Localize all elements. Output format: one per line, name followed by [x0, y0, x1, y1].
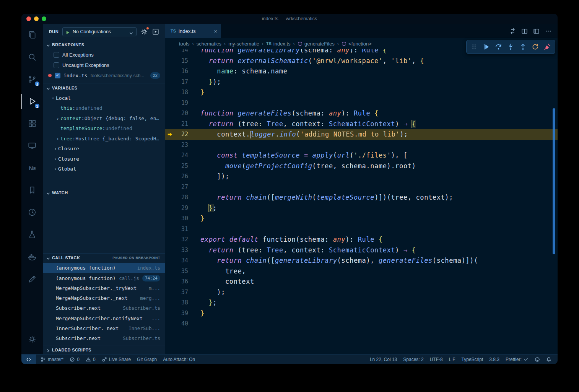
- eol[interactable]: L F: [446, 355, 459, 364]
- call-stack-frame[interactable]: MergeMapSubscriber._nextmerg...: [43, 293, 165, 303]
- breadcrumb-item[interactable]: generateFiles: [298, 41, 335, 47]
- breakpoint-uncaught-exceptions[interactable]: Uncaught Exceptions: [43, 60, 165, 70]
- variable-row[interactable]: ›context: Object {debug: false, en…: [43, 113, 165, 124]
- layout-icon[interactable]: [533, 28, 540, 34]
- run-debug-icon[interactable]: 1: [21, 90, 43, 112]
- remote-explorer-icon[interactable]: [21, 135, 43, 157]
- gutter[interactable]: 29: [165, 203, 188, 214]
- gutter[interactable]: 33: [165, 245, 188, 256]
- gutter[interactable]: 30: [165, 213, 188, 224]
- gutter[interactable]: 37: [165, 287, 188, 298]
- breadcrumb-item[interactable]: tools: [179, 41, 189, 47]
- gutter[interactable]: 25: [165, 161, 188, 172]
- call-stack-frame[interactable]: Subscriber.nextSubscriber.ts: [43, 303, 165, 313]
- checkbox-checked[interactable]: [55, 73, 60, 78]
- language-mode[interactable]: TypeScript: [459, 355, 486, 364]
- search-icon[interactable]: [21, 46, 43, 68]
- explorer-icon[interactable]: [21, 24, 43, 46]
- pencil-icon[interactable]: [21, 268, 43, 290]
- close-window-button[interactable]: [26, 16, 31, 21]
- gutter[interactable]: 40: [165, 319, 188, 329]
- feedback[interactable]: [532, 355, 543, 364]
- call-stack-frame[interactable]: (anonymous function)call.js74:24: [43, 273, 165, 283]
- gutter[interactable]: 22: [165, 129, 188, 140]
- breadcrumb-item[interactable]: TSindex.ts: [266, 41, 291, 47]
- variable-row[interactable]: ›Global: [43, 164, 165, 174]
- gutter[interactable]: 27: [165, 182, 188, 193]
- call-stack-frame[interactable]: Subscriber.nextSubscriber.ts: [43, 333, 165, 343]
- breakpoint-all-exceptions[interactable]: All Exceptions: [43, 50, 165, 60]
- variable-row[interactable]: ›Closure: [43, 144, 165, 154]
- close-tab-icon[interactable]: ×: [214, 28, 217, 34]
- launch-settings-gear-icon[interactable]: [140, 28, 148, 36]
- gutter[interactable]: 39: [165, 308, 188, 319]
- clock-icon[interactable]: [21, 201, 43, 223]
- step-over-button[interactable]: [495, 43, 502, 50]
- step-out-button[interactable]: [519, 43, 527, 50]
- gutter[interactable]: 31: [165, 224, 188, 235]
- checkbox-unchecked[interactable]: [54, 62, 59, 68]
- source-control-icon[interactable]: 3: [21, 68, 43, 90]
- call-stack-frame[interactable]: (anonymous function)index.ts: [43, 263, 165, 273]
- gutter[interactable]: 28: [165, 192, 188, 203]
- gutter[interactable]: 20: [165, 108, 188, 119]
- indentation[interactable]: Spaces: 2: [400, 355, 426, 364]
- variable-row[interactable]: templateSource: undefined: [43, 124, 165, 134]
- gutter[interactable]: 32: [165, 234, 188, 245]
- beaker-icon[interactable]: [21, 223, 43, 246]
- configurations-dropdown[interactable]: No Configurations: [62, 27, 137, 36]
- call-stack-frame[interactable]: InnerSubscriber._nextInnerSub...: [43, 323, 165, 333]
- git-graph[interactable]: Git Graph: [134, 355, 160, 364]
- disconnect-button[interactable]: [544, 43, 551, 50]
- variable-row[interactable]: ›Closure: [43, 154, 165, 164]
- restart-button[interactable]: [532, 43, 539, 50]
- gutter[interactable]: 24: [165, 150, 188, 161]
- code-editor[interactable]: 14function generateLibrary(schema: any):…: [165, 49, 558, 354]
- breadcrumb-item[interactable]: <function>: [342, 41, 372, 47]
- docker-icon[interactable]: [21, 246, 43, 268]
- auto-attach[interactable]: Auto Attach: On: [160, 355, 198, 364]
- settings-gear-icon[interactable]: [21, 328, 43, 350]
- gutter[interactable]: 26: [165, 171, 188, 182]
- variables-section-header[interactable]: VARIABLES: [43, 83, 165, 92]
- remote-indicator[interactable]: [21, 355, 36, 364]
- live-share[interactable]: Live Share: [99, 355, 134, 364]
- breakpoint-file-row[interactable]: index.ts tools/schematics/my-sch... 22: [43, 70, 165, 81]
- call-stack-section-header[interactable]: CALL STACK PAUSED ON BREAKPOINT: [43, 253, 165, 262]
- error-count[interactable]: 0: [67, 355, 83, 364]
- gutter[interactable]: 34: [165, 255, 188, 266]
- breadcrumb-item[interactable]: schematics: [197, 41, 221, 47]
- gutter[interactable]: 19: [165, 98, 188, 109]
- checkbox-unchecked[interactable]: [54, 52, 59, 58]
- gutter[interactable]: 17: [165, 77, 188, 88]
- debug-console-icon[interactable]: [152, 28, 159, 36]
- zoom-window-button[interactable]: [42, 16, 46, 21]
- loaded-scripts-section-header[interactable]: LOADED SCRIPTS: [43, 345, 165, 354]
- scrollbar-thumb[interactable]: [553, 108, 555, 254]
- breakpoints-section-header[interactable]: BREAKPOINTS: [43, 40, 165, 49]
- git-branch[interactable]: master*: [37, 355, 67, 364]
- variable-row[interactable]: ›Local: [43, 93, 165, 103]
- watch-section-header[interactable]: WATCH: [43, 188, 165, 197]
- start-debugging-icon[interactable]: [66, 29, 70, 34]
- continue-button[interactable]: [483, 43, 490, 50]
- gutter[interactable]: 23: [165, 140, 188, 151]
- drag-grip-icon[interactable]: [470, 43, 478, 50]
- warning-count[interactable]: 0: [83, 355, 99, 364]
- step-into-button[interactable]: [507, 43, 514, 50]
- call-stack-frame[interactable]: MergeMapSubscriber.notifyNext...: [43, 313, 165, 323]
- breadcrumb-item[interactable]: my-schematic: [228, 41, 259, 47]
- gutter[interactable]: 35: [165, 266, 188, 277]
- gutter[interactable]: 16: [165, 66, 188, 77]
- open-changes-icon[interactable]: [509, 28, 516, 34]
- extensions-icon[interactable]: [21, 112, 43, 135]
- tab-index-ts[interactable]: TS index.ts ×: [165, 24, 221, 38]
- notifications[interactable]: [543, 355, 555, 364]
- gutter[interactable]: 36: [165, 277, 188, 287]
- more-actions-icon[interactable]: [545, 28, 551, 34]
- gutter[interactable]: 15: [165, 56, 188, 67]
- variable-row[interactable]: ›tree: HostTree {_backend: ScopedH…: [43, 133, 165, 144]
- call-stack-frame[interactable]: MergeMapSubscriber._tryNextm...: [43, 283, 165, 293]
- prettier[interactable]: Prettier:: [503, 355, 532, 364]
- cursor-position[interactable]: Ln 22, Col 13: [367, 355, 400, 364]
